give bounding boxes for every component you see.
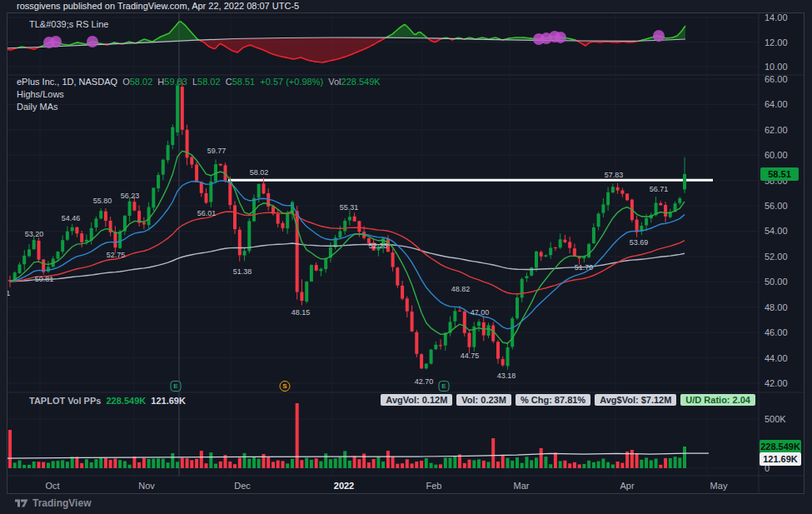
volume-indicator-legend[interactable]: TAPLOT Vol PPs 228.549K 121.69K	[29, 396, 186, 406]
price-swing-label: 55.31	[340, 203, 359, 212]
price-swing-label: 58.02	[250, 168, 269, 177]
x-axis-label: 2022	[334, 481, 354, 491]
price-swing-label: 54.46	[62, 214, 81, 222]
price-swing-label: 57.83	[605, 171, 624, 179]
y-axis-tick: 54.00	[765, 226, 788, 236]
symbol-legend[interactable]: ePlus Inc., 1D, NASDAQ O58.02 H59.83 L58…	[17, 77, 381, 87]
price-swing-label: 51.38	[233, 267, 252, 276]
legend-part: Vol	[328, 77, 341, 87]
y-axis-tick: 52.00	[765, 252, 788, 262]
y-axis-tick: 46.00	[765, 327, 788, 337]
x-axis-label: Nov	[138, 481, 155, 491]
legend-part: 228.549K	[341, 77, 381, 87]
stat-badge: % Chg: 87.81%	[516, 394, 590, 406]
stat-badge: U/D Ratio: 2.04	[680, 394, 755, 406]
stat-badge: Vol: 0.23M	[456, 394, 511, 406]
price-swing-label: 49.71	[7, 289, 10, 297]
legend-part: 58.02	[130, 77, 158, 87]
price-swing-label: 55.80	[93, 197, 112, 205]
y-axis-tick: 48.00	[765, 302, 788, 312]
x-axis-label: Dec	[234, 481, 251, 491]
legend-part: 59.83	[164, 77, 192, 87]
y-axis-tick: 64.00	[765, 99, 788, 109]
x-axis-label: Apr	[620, 481, 634, 491]
price-swing-label: 56.23	[121, 192, 140, 200]
price-swing-label: 51.70	[575, 263, 594, 272]
price-swing-label: 50.81	[35, 275, 54, 283]
price-swing-label: 42.70	[415, 377, 434, 386]
stat-badge: AvgVol: 0.12M	[381, 394, 452, 406]
y-axis-tick: 14.00	[765, 12, 788, 22]
price-swing-label: 52.75	[107, 251, 126, 259]
legend-part: O	[122, 77, 130, 87]
average-volume-badge: 121.69K	[760, 452, 801, 466]
legend-part: ePlus Inc., 1D, NASDAQ	[17, 77, 122, 87]
price-swing-label: 59.77	[207, 147, 227, 155]
indicator-highs-lows[interactable]: Highs/Lows	[17, 89, 64, 99]
y-axis-tick: 50.00	[765, 277, 788, 287]
tradingview-logo-text: TradingView	[32, 497, 91, 509]
stat-badge: Avg$Vol: $7.12M	[595, 394, 676, 406]
current-volume-badge: 228.549K	[760, 440, 801, 453]
tradingview-logo-icon	[15, 498, 28, 508]
price-swing-label: 53.69	[630, 238, 649, 247]
indicator-daily-mas[interactable]: Daily MAs	[17, 102, 58, 112]
tradingview-logo[interactable]: TradingView	[15, 497, 91, 509]
chart-widget: TL&#039;s RS Line ePlus Inc., 1D, NASDAQ…	[7, 12, 805, 494]
price-swing-label: 48.82	[451, 285, 471, 293]
publish-text: rossgivens published on TradingView.com,…	[17, 1, 299, 11]
y-axis-tick: 500K	[765, 414, 786, 424]
y-axis-tick: 62.00	[765, 125, 788, 135]
price-swing-label: 56.01	[197, 209, 217, 217]
chart-overlays: TL&#039;s RS Line ePlus Inc., 1D, NASDAQ…	[7, 13, 804, 493]
x-axis-label: May	[710, 481, 728, 491]
earnings-badge[interactable]: E	[171, 381, 182, 392]
x-axis-label: Mar	[514, 481, 530, 491]
price-swing-label: 56.71	[650, 185, 669, 193]
y-axis-tick: 60.00	[765, 150, 788, 160]
last-price-badge: 58.51	[760, 167, 799, 181]
price-swing-label: 47.00	[471, 308, 490, 317]
volume-legend-part: 121.69K	[151, 396, 186, 406]
y-axis-tick: 56.00	[765, 201, 788, 211]
x-axis-label: Feb	[426, 481, 442, 491]
price-swing-label: 52.23	[369, 242, 388, 250]
y-axis-tick: 42.00	[765, 378, 788, 388]
price-swing-label: 48.15	[291, 308, 311, 317]
x-axis-label: Oct	[45, 481, 59, 491]
volume-legend-part: 228.549K	[107, 396, 152, 406]
price-swing-label: 44.75	[461, 352, 480, 360]
price-swing-label: 53.20	[25, 230, 44, 238]
legend-part: 58.51	[232, 77, 261, 87]
y-axis-tick: 66.00	[765, 74, 788, 84]
volume-stats-badges: AvgVol: 0.12MVol: 0.23M% Chg: 87.81%Avg$…	[376, 394, 755, 406]
y-axis-tick: 10.00	[765, 62, 788, 72]
legend-part: C	[226, 77, 232, 87]
legend-part: 58.02	[197, 77, 226, 87]
split-badge[interactable]: S	[280, 381, 291, 392]
y-axis-tick: 44.00	[765, 353, 788, 363]
volume-legend-part: TAPLOT Vol PPs	[29, 396, 107, 406]
legend-part: +0.57 (+0.98%)	[260, 77, 328, 87]
price-swing-label: 43.18	[497, 372, 516, 380]
earnings-badge[interactable]: E	[439, 381, 450, 392]
y-axis-tick: 12.00	[765, 37, 788, 47]
rs-indicator-title[interactable]: TL&#039;s RS Line	[29, 19, 108, 29]
